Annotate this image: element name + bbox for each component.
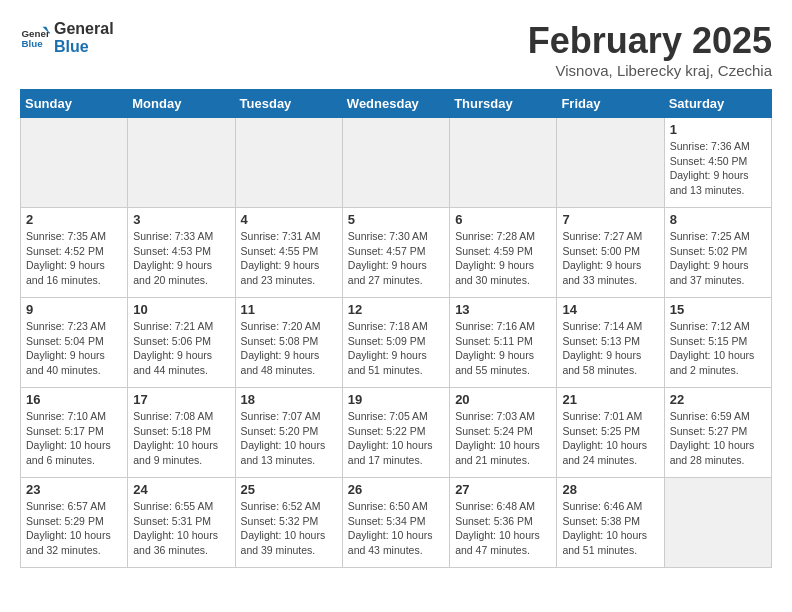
- day-number: 9: [26, 302, 122, 317]
- day-info: Sunrise: 7:28 AM Sunset: 4:59 PM Dayligh…: [455, 229, 551, 288]
- day-number: 15: [670, 302, 766, 317]
- day-number: 19: [348, 392, 444, 407]
- day-info: Sunrise: 6:57 AM Sunset: 5:29 PM Dayligh…: [26, 499, 122, 558]
- title-block: February 2025 Visnova, Liberecky kraj, C…: [528, 20, 772, 79]
- week-row-1: 1Sunrise: 7:36 AM Sunset: 4:50 PM Daylig…: [21, 118, 772, 208]
- day-info: Sunrise: 7:35 AM Sunset: 4:52 PM Dayligh…: [26, 229, 122, 288]
- calendar-cell: [342, 118, 449, 208]
- logo-general: General: [54, 20, 114, 38]
- day-info: Sunrise: 7:08 AM Sunset: 5:18 PM Dayligh…: [133, 409, 229, 468]
- day-number: 11: [241, 302, 337, 317]
- day-number: 26: [348, 482, 444, 497]
- day-number: 7: [562, 212, 658, 227]
- calendar-cell: 27Sunrise: 6:48 AM Sunset: 5:36 PM Dayli…: [450, 478, 557, 568]
- day-info: Sunrise: 7:07 AM Sunset: 5:20 PM Dayligh…: [241, 409, 337, 468]
- day-number: 5: [348, 212, 444, 227]
- calendar-cell: 12Sunrise: 7:18 AM Sunset: 5:09 PM Dayli…: [342, 298, 449, 388]
- day-info: Sunrise: 6:52 AM Sunset: 5:32 PM Dayligh…: [241, 499, 337, 558]
- day-number: 14: [562, 302, 658, 317]
- weekday-header-wednesday: Wednesday: [342, 90, 449, 118]
- day-info: Sunrise: 6:46 AM Sunset: 5:38 PM Dayligh…: [562, 499, 658, 558]
- calendar-subtitle: Visnova, Liberecky kraj, Czechia: [528, 62, 772, 79]
- logo: General Blue General Blue: [20, 20, 114, 55]
- calendar-cell: 11Sunrise: 7:20 AM Sunset: 5:08 PM Dayli…: [235, 298, 342, 388]
- day-info: Sunrise: 7:21 AM Sunset: 5:06 PM Dayligh…: [133, 319, 229, 378]
- day-info: Sunrise: 7:27 AM Sunset: 5:00 PM Dayligh…: [562, 229, 658, 288]
- day-number: 6: [455, 212, 551, 227]
- week-row-5: 23Sunrise: 6:57 AM Sunset: 5:29 PM Dayli…: [21, 478, 772, 568]
- day-info: Sunrise: 7:05 AM Sunset: 5:22 PM Dayligh…: [348, 409, 444, 468]
- day-number: 27: [455, 482, 551, 497]
- logo-blue: Blue: [54, 38, 114, 56]
- calendar-cell: 19Sunrise: 7:05 AM Sunset: 5:22 PM Dayli…: [342, 388, 449, 478]
- calendar-cell: 23Sunrise: 6:57 AM Sunset: 5:29 PM Dayli…: [21, 478, 128, 568]
- calendar-cell: 20Sunrise: 7:03 AM Sunset: 5:24 PM Dayli…: [450, 388, 557, 478]
- calendar-title: February 2025: [528, 20, 772, 62]
- day-number: 1: [670, 122, 766, 137]
- day-info: Sunrise: 7:18 AM Sunset: 5:09 PM Dayligh…: [348, 319, 444, 378]
- day-number: 3: [133, 212, 229, 227]
- day-number: 8: [670, 212, 766, 227]
- weekday-header-friday: Friday: [557, 90, 664, 118]
- day-info: Sunrise: 7:10 AM Sunset: 5:17 PM Dayligh…: [26, 409, 122, 468]
- day-number: 18: [241, 392, 337, 407]
- calendar-cell: 14Sunrise: 7:14 AM Sunset: 5:13 PM Dayli…: [557, 298, 664, 388]
- week-row-3: 9Sunrise: 7:23 AM Sunset: 5:04 PM Daylig…: [21, 298, 772, 388]
- day-info: Sunrise: 7:33 AM Sunset: 4:53 PM Dayligh…: [133, 229, 229, 288]
- calendar-cell: 17Sunrise: 7:08 AM Sunset: 5:18 PM Dayli…: [128, 388, 235, 478]
- week-row-2: 2Sunrise: 7:35 AM Sunset: 4:52 PM Daylig…: [21, 208, 772, 298]
- day-number: 2: [26, 212, 122, 227]
- calendar-cell: 4Sunrise: 7:31 AM Sunset: 4:55 PM Daylig…: [235, 208, 342, 298]
- calendar-cell: 26Sunrise: 6:50 AM Sunset: 5:34 PM Dayli…: [342, 478, 449, 568]
- day-number: 28: [562, 482, 658, 497]
- day-number: 23: [26, 482, 122, 497]
- calendar-cell: [557, 118, 664, 208]
- day-info: Sunrise: 7:31 AM Sunset: 4:55 PM Dayligh…: [241, 229, 337, 288]
- calendar-cell: 2Sunrise: 7:35 AM Sunset: 4:52 PM Daylig…: [21, 208, 128, 298]
- day-number: 20: [455, 392, 551, 407]
- day-number: 24: [133, 482, 229, 497]
- calendar-cell: 21Sunrise: 7:01 AM Sunset: 5:25 PM Dayli…: [557, 388, 664, 478]
- calendar-cell: 16Sunrise: 7:10 AM Sunset: 5:17 PM Dayli…: [21, 388, 128, 478]
- day-info: Sunrise: 7:01 AM Sunset: 5:25 PM Dayligh…: [562, 409, 658, 468]
- weekday-header-thursday: Thursday: [450, 90, 557, 118]
- day-info: Sunrise: 7:12 AM Sunset: 5:15 PM Dayligh…: [670, 319, 766, 378]
- day-number: 4: [241, 212, 337, 227]
- calendar-cell: 1Sunrise: 7:36 AM Sunset: 4:50 PM Daylig…: [664, 118, 771, 208]
- calendar-cell: 24Sunrise: 6:55 AM Sunset: 5:31 PM Dayli…: [128, 478, 235, 568]
- day-number: 16: [26, 392, 122, 407]
- day-number: 25: [241, 482, 337, 497]
- calendar-cell: 8Sunrise: 7:25 AM Sunset: 5:02 PM Daylig…: [664, 208, 771, 298]
- day-info: Sunrise: 7:25 AM Sunset: 5:02 PM Dayligh…: [670, 229, 766, 288]
- calendar-cell: 18Sunrise: 7:07 AM Sunset: 5:20 PM Dayli…: [235, 388, 342, 478]
- weekday-header-saturday: Saturday: [664, 90, 771, 118]
- week-row-4: 16Sunrise: 7:10 AM Sunset: 5:17 PM Dayli…: [21, 388, 772, 478]
- day-info: Sunrise: 6:55 AM Sunset: 5:31 PM Dayligh…: [133, 499, 229, 558]
- page-header: General Blue General Blue February 2025 …: [20, 20, 772, 79]
- calendar-cell: [235, 118, 342, 208]
- day-info: Sunrise: 7:36 AM Sunset: 4:50 PM Dayligh…: [670, 139, 766, 198]
- day-info: Sunrise: 7:14 AM Sunset: 5:13 PM Dayligh…: [562, 319, 658, 378]
- day-number: 22: [670, 392, 766, 407]
- calendar-cell: [21, 118, 128, 208]
- calendar-cell: 28Sunrise: 6:46 AM Sunset: 5:38 PM Dayli…: [557, 478, 664, 568]
- calendar-cell: 3Sunrise: 7:33 AM Sunset: 4:53 PM Daylig…: [128, 208, 235, 298]
- calendar-cell: [664, 478, 771, 568]
- calendar-cell: 10Sunrise: 7:21 AM Sunset: 5:06 PM Dayli…: [128, 298, 235, 388]
- calendar-cell: 22Sunrise: 6:59 AM Sunset: 5:27 PM Dayli…: [664, 388, 771, 478]
- weekday-header-tuesday: Tuesday: [235, 90, 342, 118]
- calendar-cell: 13Sunrise: 7:16 AM Sunset: 5:11 PM Dayli…: [450, 298, 557, 388]
- day-info: Sunrise: 6:48 AM Sunset: 5:36 PM Dayligh…: [455, 499, 551, 558]
- day-number: 13: [455, 302, 551, 317]
- day-info: Sunrise: 6:50 AM Sunset: 5:34 PM Dayligh…: [348, 499, 444, 558]
- weekday-header-monday: Monday: [128, 90, 235, 118]
- day-info: Sunrise: 7:20 AM Sunset: 5:08 PM Dayligh…: [241, 319, 337, 378]
- calendar-cell: 9Sunrise: 7:23 AM Sunset: 5:04 PM Daylig…: [21, 298, 128, 388]
- calendar-cell: [450, 118, 557, 208]
- calendar-cell: 6Sunrise: 7:28 AM Sunset: 4:59 PM Daylig…: [450, 208, 557, 298]
- calendar-cell: 15Sunrise: 7:12 AM Sunset: 5:15 PM Dayli…: [664, 298, 771, 388]
- day-number: 10: [133, 302, 229, 317]
- day-number: 21: [562, 392, 658, 407]
- svg-text:Blue: Blue: [22, 38, 44, 49]
- day-number: 12: [348, 302, 444, 317]
